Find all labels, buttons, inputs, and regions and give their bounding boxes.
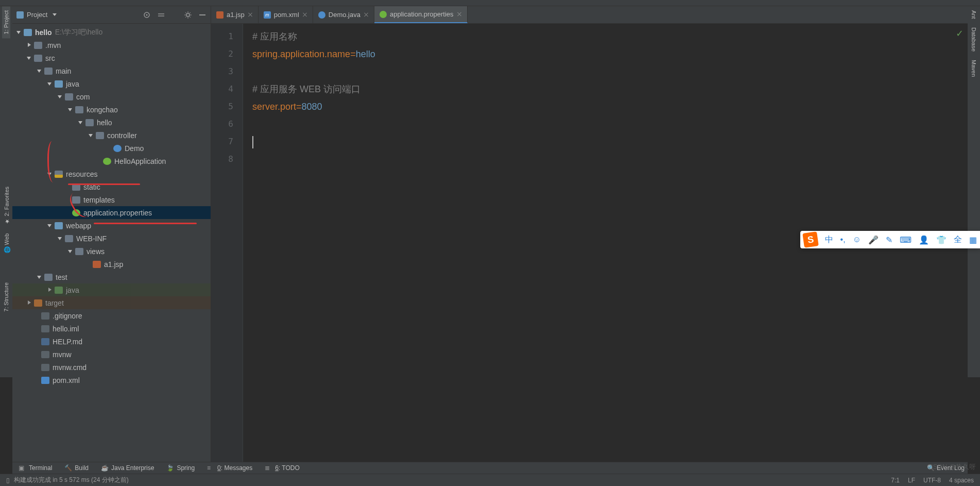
bottom-build[interactable]: 🔨Build — [64, 464, 89, 472]
class-icon — [318, 11, 325, 19]
sogou-user-icon[interactable]: 👤 — [919, 235, 929, 245]
bottom-spring[interactable]: 🍃Spring — [166, 464, 195, 472]
tab-pom[interactable]: mpom.xml — [259, 6, 313, 23]
tree-main[interactable]: main — [12, 64, 211, 77]
sogou-keyboard-icon[interactable]: ⌨ — [900, 235, 912, 245]
tool-ant[interactable]: Ant — [970, 6, 978, 23]
tree-mvn[interactable]: .mvn — [12, 39, 211, 52]
line-number: 5 — [211, 98, 243, 115]
top-bar — [0, 0, 980, 6]
project-icon — [16, 11, 24, 19]
status-icon: ▯ — [6, 477, 10, 484]
dropdown-arrow-icon — [53, 13, 57, 16]
tree-root[interactable]: helloE:\学习吧\hello — [12, 26, 211, 39]
status-indent[interactable]: 4 spaces — [949, 477, 974, 484]
code-key: spring.application.name — [252, 49, 350, 59]
cursor — [252, 136, 253, 148]
tool-project[interactable]: 1: Project — [2, 6, 10, 38]
bottom-tool-bar: ▣Terminal 🔨Build ☕Java Enterprise 🍃Sprin… — [12, 462, 968, 474]
tree-mvnwcmd[interactable]: mvnw.cmd — [12, 361, 211, 374]
code-value: hello — [356, 49, 375, 59]
tree-java2[interactable]: java — [12, 283, 211, 296]
right-tool-strip: Ant Database Maven — [968, 6, 980, 377]
close-icon[interactable] — [364, 12, 369, 18]
tree-test[interactable]: test — [12, 271, 211, 283]
locate-icon[interactable] — [143, 11, 151, 19]
minimize-icon[interactable] — [198, 11, 207, 19]
code-equals: = — [296, 102, 302, 112]
hammer-icon: 🔨 — [64, 464, 72, 472]
sogou-punct-icon[interactable]: •, — [840, 235, 846, 244]
tree-webinf[interactable]: WEB-INF — [12, 232, 211, 245]
tool-structure[interactable]: 7: Structure — [2, 278, 10, 316]
sogou-logo-icon[interactable]: S — [802, 231, 819, 248]
gear-icon[interactable] — [184, 11, 192, 19]
project-panel: Project helloE:\学习吧\hello .mvn src main … — [12, 6, 211, 462]
expand-all-icon[interactable] — [157, 11, 165, 19]
status-position[interactable]: 7:1 — [891, 477, 900, 484]
project-title-wrap[interactable]: Project — [16, 11, 143, 19]
javaee-icon: ☕ — [101, 464, 108, 472]
line-number: 7 — [211, 133, 243, 150]
status-message: 构建成功完成 in 5 s 572 ms (24 分钟之前) — [14, 476, 129, 484]
tree-gitignore[interactable]: .gitignore — [12, 309, 211, 322]
line-number: 1 — [211, 28, 243, 45]
tab-app-props[interactable]: application.properties — [374, 6, 468, 23]
tree-helloiml[interactable]: hello.iml — [12, 322, 211, 335]
bottom-messages[interactable]: ≡0: Messages — [207, 464, 252, 472]
sogou-grid-icon[interactable]: ▦ — [969, 235, 977, 245]
code-value: 8080 — [302, 102, 322, 112]
code-key: server.port — [252, 102, 296, 112]
tree-java[interactable]: java — [12, 77, 211, 90]
tool-favorites[interactable]: ★2: Favorites — [2, 182, 11, 229]
tree-target[interactable]: target — [12, 296, 211, 309]
tool-database[interactable]: Database — [970, 23, 978, 56]
tree-resources[interactable]: resources — [12, 167, 211, 180]
tree-controller[interactable]: controller — [12, 129, 211, 142]
close-icon[interactable] — [302, 12, 307, 18]
tab-demo[interactable]: Demo.java — [313, 6, 374, 23]
tree-src[interactable]: src — [12, 52, 211, 64]
left-tool-strip: 1: Project ★2: Favorites 🌐Web 7: Structu… — [0, 6, 12, 377]
tree-pomxml[interactable]: pom.xml — [12, 374, 211, 387]
gutter: 1 2 3 4 5 6 7 8 — [211, 24, 243, 462]
tree-templates[interactable]: templates — [12, 193, 211, 206]
tree-a1jsp[interactable]: a1.jsp — [12, 258, 211, 271]
tree-mvnw[interactable]: mvnw — [12, 348, 211, 361]
sogou-brush-icon[interactable]: ✎ — [886, 235, 892, 245]
sogou-lang[interactable]: 中 — [825, 234, 833, 245]
status-line-sep[interactable]: LF — [908, 477, 915, 484]
sogou-mic-icon[interactable]: 🎤 — [868, 235, 879, 245]
tree-webapp[interactable]: webapp — [12, 219, 211, 232]
sogou-fullwidth[interactable]: 全 — [954, 234, 962, 245]
project-title-text: Project — [27, 11, 47, 19]
project-tree[interactable]: helloE:\学习吧\hello .mvn src main java com… — [12, 24, 211, 462]
bottom-todo[interactable]: ≣6: TODO — [265, 464, 300, 472]
sogou-shirt-icon[interactable]: 👕 — [936, 235, 947, 245]
tree-hello-pkg[interactable]: hello — [12, 116, 211, 129]
status-bar: ▯ 构建成功完成 in 5 s 572 ms (24 分钟之前) 7:1 LF … — [0, 474, 980, 486]
close-icon[interactable] — [248, 12, 253, 18]
tree-hello-app[interactable]: HelloApplication — [12, 155, 211, 167]
close-icon[interactable] — [457, 12, 462, 17]
line-number: 6 — [211, 115, 243, 133]
tree-kongchao[interactable]: kongchao — [12, 103, 211, 116]
tree-demo[interactable]: Demo — [12, 142, 211, 155]
tool-web[interactable]: 🌐Web — [2, 229, 11, 258]
check-icon: ✓ — [956, 28, 964, 39]
bottom-javaee[interactable]: ☕Java Enterprise — [101, 464, 154, 472]
tree-views[interactable]: views — [12, 245, 211, 258]
tree-helpmd[interactable]: HELP.md — [12, 335, 211, 348]
spring-icon: 🍃 — [166, 464, 174, 472]
status-encoding[interactable]: UTF-8 — [923, 477, 941, 484]
tree-app-props[interactable]: application.properties — [12, 206, 211, 219]
tab-bar: a1.jsp mpom.xml Demo.java application.pr… — [211, 6, 968, 24]
tree-com[interactable]: com — [12, 90, 211, 103]
tab-a1jsp[interactable]: a1.jsp — [211, 6, 259, 23]
spring-icon — [380, 11, 387, 18]
bottom-terminal[interactable]: ▣Terminal — [19, 464, 52, 472]
tree-static[interactable]: static — [12, 180, 211, 193]
sogou-ime-toolbar[interactable]: S 中 •, ☺ 🎤 ✎ ⌨ 👤 👕 全 ▦ — [800, 231, 980, 248]
tool-maven[interactable]: Maven — [970, 56, 978, 81]
sogou-emoji-icon[interactable]: ☺ — [853, 235, 861, 244]
